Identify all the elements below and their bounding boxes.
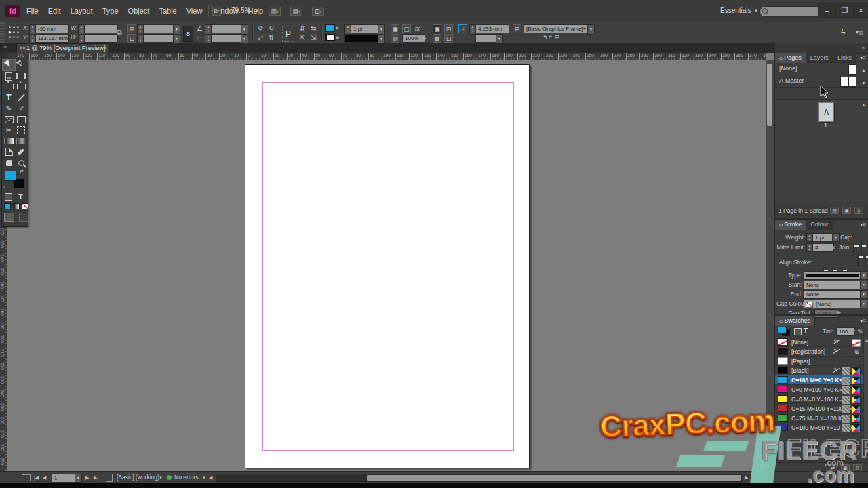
shear-dropdown[interactable] bbox=[241, 34, 248, 44]
scroll-right-icon[interactable]: ▶ bbox=[745, 472, 748, 483]
scale-x-field[interactable] bbox=[143, 24, 174, 33]
restore-button[interactable]: ❐ bbox=[835, 3, 854, 18]
select-container-button[interactable]: P bbox=[282, 26, 294, 42]
horizontal-scrollbar[interactable] bbox=[216, 474, 743, 482]
swatch-row[interactable]: [Paper] bbox=[775, 357, 863, 366]
menu-table[interactable]: Table bbox=[154, 5, 181, 17]
height-field[interactable] bbox=[84, 34, 118, 43]
swatch-row[interactable]: C=0 M=100 Y=0 K=0 bbox=[775, 385, 863, 394]
corner-shape-field[interactable] bbox=[475, 34, 497, 43]
horizontal-scrollbar-thumb[interactable] bbox=[367, 475, 741, 481]
fill-proxy-swatch[interactable] bbox=[5, 171, 16, 181]
fit-proportional-button[interactable]: ◙ bbox=[433, 34, 441, 43]
formatting-affects-text-button[interactable]: T bbox=[18, 193, 23, 201]
scroll-up-icon[interactable]: ▲ bbox=[861, 102, 866, 107]
rotate-cw-icon[interactable]: ↻ bbox=[269, 24, 274, 32]
edit-page-size-button[interactable]: ▤ bbox=[830, 207, 839, 214]
swatch-row[interactable]: [Registration] bbox=[775, 347, 863, 357]
stroke-dropdown-arrow[interactable]: ▶ bbox=[336, 34, 340, 41]
document-tab[interactable]: 1 @ 79% [Overprint Preview] × bbox=[16, 43, 110, 53]
weight-field[interactable]: 1 pt bbox=[812, 233, 834, 242]
flip-horizontal-icon[interactable]: ⇄ bbox=[258, 34, 263, 41]
page-number-label[interactable]: 1 bbox=[818, 122, 833, 129]
panel-menu-icon[interactable]: ▾≡ bbox=[857, 220, 868, 230]
swatch-row[interactable]: C=100 M=0 Y=0 K=0 bbox=[775, 375, 863, 385]
vertical-scrollbar-thumb[interactable] bbox=[767, 64, 772, 126]
gap-colour-field[interactable]: [None] bbox=[804, 300, 862, 308]
preflight-profile-label[interactable]: [Basic] (working) bbox=[117, 472, 159, 483]
hand-tool[interactable] bbox=[3, 157, 15, 168]
scale-y-dropdown[interactable] bbox=[173, 34, 180, 44]
content-collector-tool[interactable] bbox=[3, 81, 15, 92]
next-page-button[interactable]: ▶ bbox=[85, 472, 89, 483]
fill-color-swatch[interactable] bbox=[326, 24, 335, 32]
errors-status-label[interactable]: No errors bbox=[174, 472, 198, 483]
arrange-documents-button[interactable]: ⊞▾ bbox=[312, 7, 324, 16]
wrap-around-button[interactable]: ⊡ bbox=[444, 24, 453, 33]
rotate-ccw-icon[interactable]: ↺ bbox=[258, 24, 263, 32]
join-round-icon[interactable] bbox=[865, 253, 866, 266]
scroll-up-icon[interactable]: ▲ bbox=[861, 65, 866, 76]
rectangle-tool[interactable] bbox=[15, 114, 27, 125]
corner-options-icon[interactable]: ⌗ bbox=[458, 24, 467, 33]
menu-object[interactable]: Object bbox=[123, 5, 155, 17]
rotation-angle-field[interactable] bbox=[211, 24, 242, 33]
free-transform-tool[interactable] bbox=[15, 125, 27, 136]
flip-vertical-icon[interactable]: ⇅ bbox=[269, 34, 274, 41]
corner-shape-dropdown[interactable] bbox=[496, 34, 503, 44]
menu-type[interactable]: Type bbox=[98, 5, 123, 17]
fill-dropdown-arrow[interactable]: ▶ bbox=[336, 24, 340, 32]
gradient-swatch-tool[interactable] bbox=[3, 136, 15, 146]
scale-y-field[interactable] bbox=[143, 34, 174, 43]
pencil-tool[interactable] bbox=[15, 103, 27, 114]
panel-grip[interactable] bbox=[0, 22, 5, 43]
width-field[interactable] bbox=[84, 24, 118, 33]
fit-frame-icon[interactable]: ⇲ bbox=[311, 34, 316, 41]
delete-page-button[interactable]: ▯ bbox=[854, 207, 863, 214]
tab-swatches[interactable]: ◇ Swatches bbox=[775, 316, 815, 326]
chevron-down-icon[interactable]: ▼ bbox=[754, 9, 758, 13]
stroke-weight-dropdown[interactable] bbox=[378, 24, 385, 35]
stroke-type-field[interactable] bbox=[344, 34, 379, 43]
menu-file[interactable]: File bbox=[22, 5, 43, 17]
line-tool[interactable] bbox=[15, 92, 27, 103]
formatting-affects-container-button[interactable] bbox=[5, 193, 12, 201]
effects-button[interactable]: ▢ bbox=[402, 24, 411, 33]
formatting-affects-text-button[interactable]: T bbox=[804, 327, 808, 335]
panel-menu-icon[interactable]: ▾≡ bbox=[857, 316, 868, 326]
rectangle-frame-tool[interactable] bbox=[3, 114, 15, 125]
apply-gradient-button[interactable] bbox=[13, 203, 20, 209]
collapse-dock-icon[interactable]: » bbox=[861, 45, 865, 52]
normal-view-button[interactable] bbox=[4, 213, 14, 222]
last-page-button[interactable]: ▶| bbox=[94, 472, 98, 483]
style-override-icons[interactable]: ↰↱ ⊞ bbox=[542, 34, 559, 41]
fit-content-icon[interactable]: ⇱ bbox=[300, 34, 305, 41]
fx-button[interactable]: fx bbox=[415, 24, 420, 33]
menu-layout[interactable]: Layout bbox=[66, 5, 98, 17]
close-button[interactable]: × bbox=[853, 3, 868, 18]
default-fill-stroke-icon[interactable]: ▫ bbox=[3, 184, 5, 189]
join-miter-icon[interactable] bbox=[857, 253, 859, 266]
tab-pages[interactable]: ◇ Pages bbox=[775, 53, 806, 63]
shear-angle-field[interactable] bbox=[211, 34, 242, 43]
preview-view-button[interactable] bbox=[19, 213, 29, 222]
document-page[interactable] bbox=[245, 64, 530, 468]
start-dropdown[interactable] bbox=[860, 281, 867, 289]
pen-tool[interactable] bbox=[3, 103, 15, 114]
start-field[interactable]: None bbox=[804, 281, 862, 289]
flip-both-icon[interactable]: ⇵ bbox=[300, 24, 305, 32]
x-position-field[interactable]: -95 mm bbox=[35, 24, 69, 33]
mitre-field[interactable]: 4 bbox=[812, 243, 834, 252]
preset-dropdown-icon[interactable]: ▼ bbox=[159, 476, 163, 480]
minimize-button[interactable]: – bbox=[818, 3, 836, 18]
object-style-dropdown[interactable] bbox=[587, 24, 595, 35]
panel-menu-icon[interactable]: ▾≡ bbox=[857, 53, 868, 63]
scroll-down-icon[interactable]: ▼ bbox=[861, 78, 866, 89]
scroll-left-icon[interactable]: ◀ bbox=[209, 472, 212, 483]
gradient-feather-tool[interactable] bbox=[15, 136, 27, 146]
fill-proxy-small[interactable] bbox=[778, 327, 787, 334]
zoom-level-dropdown[interactable]: 79.5% bbox=[231, 7, 250, 14]
chevron-down-icon[interactable]: ▼ bbox=[255, 9, 259, 13]
tab-layers[interactable]: Layers bbox=[806, 53, 833, 63]
bridge-button[interactable]: Br bbox=[212, 7, 221, 16]
